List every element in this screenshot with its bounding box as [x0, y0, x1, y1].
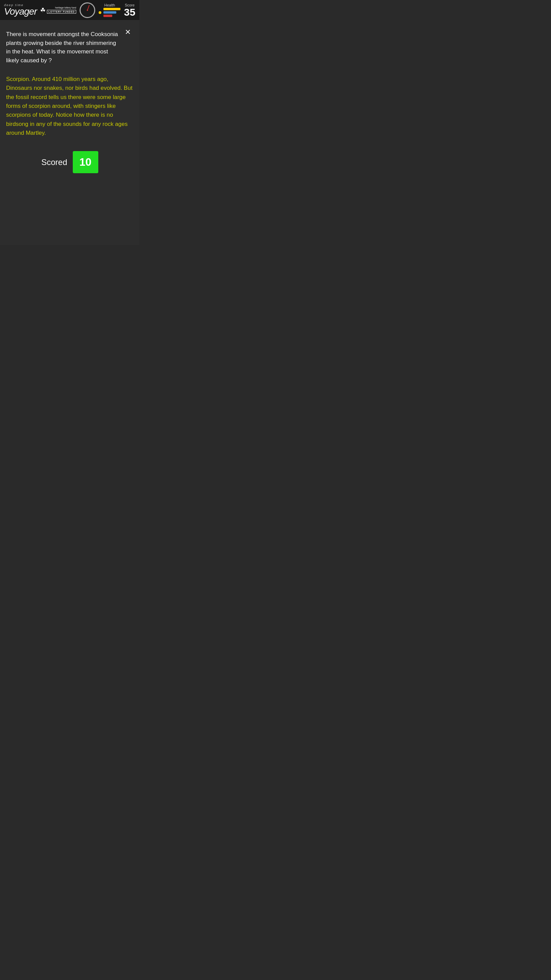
score-value: 35 [124, 7, 135, 18]
content-area: × There is movement amongst the Cooksoni… [0, 21, 140, 245]
heritage-text: heritage lottery fund [47, 6, 76, 9]
heritage-text-block: heritage lottery fund LOTTERY FUNDED [47, 6, 76, 14]
score-section: Score 35 [124, 3, 135, 18]
timer-dot [87, 10, 88, 11]
health-dot-icon [98, 11, 102, 14]
timer [79, 2, 95, 18]
health-section: Health [98, 3, 121, 17]
health-bar-yellow [103, 8, 121, 10]
health-bars [103, 8, 121, 17]
health-bar-blue [103, 11, 116, 14]
heritage-logo: ☘ heritage lottery fund LOTTERY FUNDED [40, 6, 76, 14]
app-name-big: Voyager [4, 7, 37, 16]
bottom-area [0, 245, 140, 306]
scored-section: Scored 10 [6, 151, 133, 173]
health-indicator [98, 8, 121, 17]
app-header: deep time Voyager ☘ heritage lottery fun… [0, 0, 140, 21]
close-button[interactable]: × [121, 25, 135, 39]
question-text: There is movement amongst the Cooksonia … [6, 30, 133, 65]
answer-text: Scorpion. Around 410 million years ago, … [6, 75, 133, 137]
health-bar-red [103, 14, 112, 17]
app-logo: deep time Voyager [4, 4, 37, 16]
heritage-logo-section: ☘ heritage lottery fund LOTTERY FUNDED [40, 6, 76, 14]
scored-badge: 10 [73, 151, 98, 173]
scored-label: Scored [41, 158, 67, 167]
close-icon: × [125, 27, 130, 37]
lottery-hand-icon: ☘ [40, 6, 46, 14]
lottery-funded-badge: LOTTERY FUNDED [47, 10, 76, 14]
health-label: Health [104, 3, 115, 7]
